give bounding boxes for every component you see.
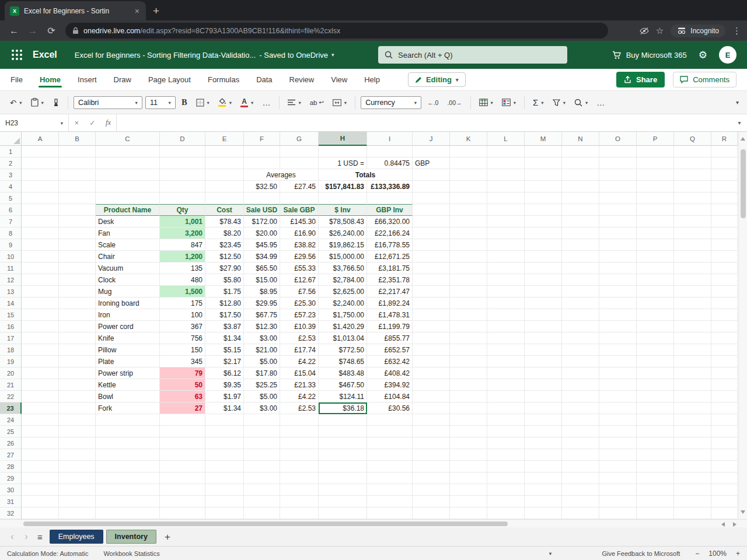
cell-C18[interactable]: Pillow [96, 344, 160, 356]
cell-L30[interactable] [487, 484, 525, 496]
cell-A1[interactable] [22, 146, 59, 158]
cell-G14[interactable]: £25.30 [280, 298, 319, 309]
cell-C7[interactable]: Desk [96, 216, 160, 228]
conditional-formatting-button[interactable]: ▾ [499, 96, 519, 108]
cell-O24[interactable] [599, 414, 637, 426]
cell-Q11[interactable] [674, 262, 711, 274]
cell-R24[interactable] [711, 414, 738, 426]
cell-J14[interactable] [413, 298, 450, 309]
cell-E8[interactable]: $8.20 [205, 228, 244, 239]
cell-H27[interactable] [319, 449, 367, 461]
row-header-15[interactable]: 15 [0, 309, 22, 321]
sheet-tab-employees[interactable]: Employees [50, 530, 103, 544]
cell-H21[interactable]: $467.50 [319, 379, 367, 391]
cell-K14[interactable] [450, 298, 487, 309]
menu-tab-help[interactable]: Help [364, 69, 380, 90]
cell-D25[interactable] [160, 426, 205, 438]
cell-I9[interactable]: £16,778.55 [367, 239, 413, 251]
cell-I12[interactable]: £2,351.78 [367, 274, 413, 286]
cell-G2[interactable] [280, 158, 319, 169]
cell-K27[interactable] [450, 449, 487, 461]
column-header-R[interactable]: R [711, 132, 738, 146]
cell-G24[interactable] [280, 414, 319, 426]
cell-A19[interactable] [22, 356, 59, 368]
cell-L11[interactable] [487, 262, 525, 274]
cell-O18[interactable] [599, 344, 637, 356]
cell-A18[interactable] [22, 344, 59, 356]
cell-J4[interactable] [413, 181, 450, 192]
cell-K6[interactable] [450, 204, 487, 216]
font-size-select[interactable]: 11▾ [145, 96, 176, 109]
cell-N6[interactable] [562, 204, 599, 216]
cell-A28[interactable] [22, 461, 59, 473]
cell-D15[interactable]: 100 [160, 309, 205, 321]
cell-H2[interactable]: 1 USD = [319, 158, 367, 169]
cell-D7[interactable]: 1,001 [160, 216, 205, 228]
cell-I15[interactable]: £1,478.31 [367, 309, 413, 321]
cell-O28[interactable] [599, 461, 637, 473]
cell-D12[interactable]: 480 [160, 274, 205, 286]
cell-E15[interactable]: $17.50 [205, 309, 244, 321]
cell-B21[interactable] [59, 379, 96, 391]
cell-O11[interactable] [599, 262, 637, 274]
cell-O5[interactable] [599, 192, 637, 204]
cell-H19[interactable]: $748.65 [319, 356, 367, 368]
bold-button[interactable]: B [179, 95, 190, 110]
buy-microsoft-365-button[interactable]: Buy Microsoft 365 [612, 51, 687, 60]
cell-P17[interactable] [637, 332, 674, 344]
cell-J7[interactable] [413, 216, 450, 228]
row-header-1[interactable]: 1 [0, 146, 22, 158]
cell-E24[interactable] [205, 414, 244, 426]
cell-O22[interactable] [599, 391, 637, 402]
cell-M4[interactable] [525, 181, 562, 192]
cell-J18[interactable] [413, 344, 450, 356]
cell-Q20[interactable] [674, 368, 711, 379]
cell-N17[interactable] [562, 332, 599, 344]
cell-A8[interactable] [22, 228, 59, 239]
cell-C31[interactable] [96, 496, 160, 508]
cell-Q23[interactable] [674, 402, 711, 414]
cell-G11[interactable]: £55.33 [280, 262, 319, 274]
format-painter-button[interactable] [50, 96, 62, 109]
cell-F15[interactable]: $67.75 [244, 309, 280, 321]
cell-M16[interactable] [525, 321, 562, 332]
cell-Q9[interactable] [674, 239, 711, 251]
insert-function-icon[interactable]: fx [100, 118, 116, 127]
cell-I27[interactable] [367, 449, 413, 461]
cell-E27[interactable] [205, 449, 244, 461]
cell-F6[interactable]: Sale USD [244, 204, 280, 216]
cell-G25[interactable] [280, 426, 319, 438]
cell-D1[interactable] [160, 146, 205, 158]
cell-K15[interactable] [450, 309, 487, 321]
cell-C2[interactable] [96, 158, 160, 169]
cell-Q12[interactable] [674, 274, 711, 286]
cell-K17[interactable] [450, 332, 487, 344]
cell-N18[interactable] [562, 344, 599, 356]
cell-J15[interactable] [413, 309, 450, 321]
cell-F28[interactable] [244, 461, 280, 473]
menu-tab-view[interactable]: View [331, 69, 347, 90]
cell-E1[interactable] [205, 146, 244, 158]
cell-I25[interactable] [367, 426, 413, 438]
cell-N5[interactable] [562, 192, 599, 204]
cell-B26[interactable] [59, 438, 96, 449]
cell-B23[interactable] [59, 402, 96, 414]
cell-I21[interactable]: £394.92 [367, 379, 413, 391]
cell-F19[interactable]: $5.00 [244, 356, 280, 368]
eye-blocked-icon[interactable] [640, 27, 649, 35]
cell-Q7[interactable] [674, 216, 711, 228]
cell-N30[interactable] [562, 484, 599, 496]
row-header-9[interactable]: 9 [0, 239, 22, 251]
cell-C8[interactable]: Fan [96, 228, 160, 239]
cell-R6[interactable] [711, 204, 738, 216]
cell-O21[interactable] [599, 379, 637, 391]
cell-F7[interactable]: $172.00 [244, 216, 280, 228]
cell-G13[interactable]: £7.56 [280, 286, 319, 298]
collapse-ribbon-icon[interactable]: ▾ [736, 99, 740, 106]
cell-Q18[interactable] [674, 344, 711, 356]
cell-H16[interactable]: $1,420.29 [319, 321, 367, 332]
column-header-G[interactable]: G [280, 132, 319, 146]
cell-C16[interactable]: Power cord [96, 321, 160, 332]
zoom-in-button[interactable]: + [736, 550, 740, 558]
cell-Q15[interactable] [674, 309, 711, 321]
